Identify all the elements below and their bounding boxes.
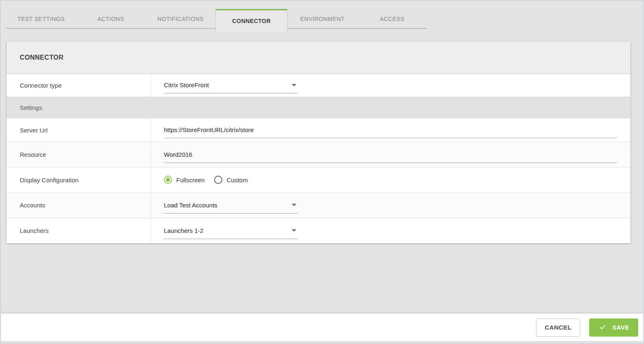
tab-connector[interactable]: CONNECTOR bbox=[215, 9, 287, 32]
chevron-down-icon bbox=[292, 204, 296, 206]
panel-title: CONNECTOR bbox=[7, 42, 630, 73]
save-button[interactable]: SAVE bbox=[589, 318, 638, 337]
chevron-down-icon bbox=[292, 84, 296, 86]
check-icon bbox=[598, 324, 607, 331]
accounts-value: Load Test Accounts bbox=[164, 202, 217, 209]
action-bar: CANCEL SAVE bbox=[1, 314, 643, 341]
radio-fullscreen[interactable]: Fullscreen bbox=[164, 176, 205, 184]
tab-notifications[interactable]: NOTIFICATIONS bbox=[146, 9, 215, 29]
server-url-row: Server Url https://StoreFrontURL/citrix/… bbox=[7, 118, 630, 142]
display-configuration-radio-group: Fullscreen Custom bbox=[164, 176, 248, 184]
resource-input[interactable]: Word2016 bbox=[164, 146, 617, 163]
resource-label: Resource bbox=[7, 142, 151, 167]
accounts-dropdown[interactable]: Load Test Accounts bbox=[164, 197, 298, 214]
server-url-value: https://StoreFrontURL/citrix/store bbox=[164, 126, 254, 133]
tab-actions[interactable]: ACTIONS bbox=[76, 9, 145, 29]
connector-type-row: Connector type Citrix StoreFront bbox=[7, 73, 630, 97]
accounts-row: Accounts Load Test Accounts bbox=[7, 192, 630, 218]
settings-section-label: Settings bbox=[20, 104, 42, 111]
server-url-input[interactable]: https://StoreFrontURL/citrix/store bbox=[164, 122, 617, 138]
app-window: TEST SETTINGS ACTIONS NOTIFICATIONS CONN… bbox=[0, 0, 644, 344]
resource-value: Word2016 bbox=[164, 151, 192, 158]
radio-custom-label: Custom bbox=[226, 177, 248, 184]
tab-bar: TEST SETTINGS ACTIONS NOTIFICATIONS CONN… bbox=[6, 9, 427, 29]
server-url-label: Server Url bbox=[7, 119, 151, 142]
chevron-down-icon bbox=[292, 229, 296, 232]
launchers-row: Launchers Launchers 1-2 bbox=[7, 218, 630, 243]
launchers-value: Launchers 1-2 bbox=[164, 227, 203, 234]
radio-custom[interactable]: Custom bbox=[214, 176, 248, 184]
radio-selected-icon bbox=[164, 176, 172, 184]
display-configuration-label: Display Configuration bbox=[7, 167, 151, 192]
tab-environment[interactable]: ENVIRONMENT bbox=[287, 9, 357, 29]
radio-fullscreen-label: Fullscreen bbox=[176, 177, 205, 184]
connector-type-label: Connector type bbox=[7, 74, 151, 97]
display-configuration-row: Display Configuration Fullscreen Custom bbox=[7, 167, 630, 192]
radio-unselected-icon bbox=[214, 176, 222, 184]
connector-type-value: Citrix StoreFront bbox=[164, 81, 209, 88]
tab-access[interactable]: ACCESS bbox=[357, 9, 427, 29]
connector-panel: CONNECTOR Connector type Citrix StoreFro… bbox=[7, 42, 630, 243]
settings-section-header: Settings bbox=[7, 97, 630, 118]
cancel-button[interactable]: CANCEL bbox=[536, 318, 580, 337]
launchers-dropdown[interactable]: Launchers 1-2 bbox=[164, 223, 298, 239]
connector-type-dropdown[interactable]: Citrix StoreFront bbox=[164, 77, 298, 93]
resource-row: Resource Word2016 bbox=[7, 142, 630, 167]
launchers-label: Launchers bbox=[7, 218, 151, 243]
accounts-label: Accounts bbox=[7, 193, 151, 218]
tab-test-settings[interactable]: TEST SETTINGS bbox=[6, 9, 76, 29]
save-button-label: SAVE bbox=[612, 324, 629, 331]
